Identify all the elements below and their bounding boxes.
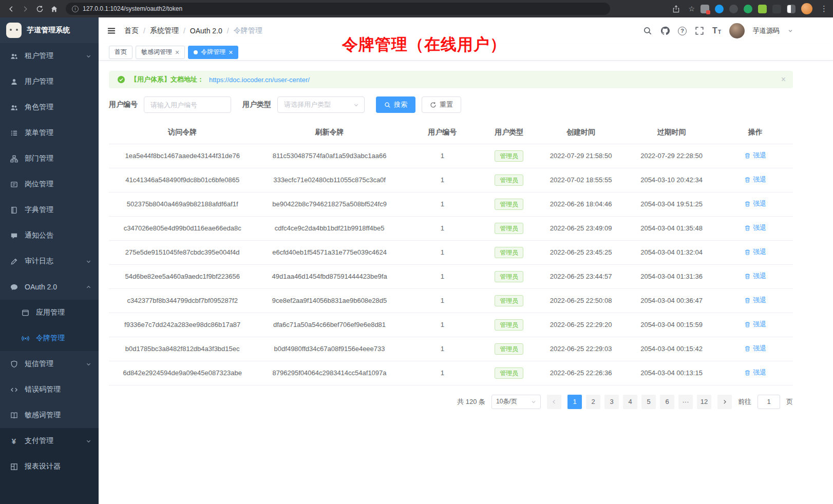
chat-icon	[10, 283, 18, 291]
user-type-select[interactable]: 请选择用户类型	[277, 96, 365, 113]
sidebar-item-audit-log[interactable]: 审计日志	[0, 248, 99, 274]
reset-button[interactable]: 重置	[422, 96, 461, 113]
tab-token[interactable]: 令牌管理 ×	[188, 46, 238, 59]
page-button[interactable]: 4	[623, 395, 637, 409]
close-icon[interactable]: ×	[229, 49, 233, 56]
bookmark-star-icon[interactable]: ☆	[688, 5, 695, 13]
sidebar-item-menu[interactable]: 菜单管理	[0, 120, 99, 146]
search-icon[interactable]	[643, 26, 652, 35]
font-size-icon[interactable]: TT	[712, 27, 721, 35]
sidebar-item-role[interactable]: 角色管理	[0, 94, 99, 120]
breadcrumb-home[interactable]: 首页	[124, 26, 139, 35]
refresh-token-cell: 811c530487574fa0af1a59d3abc1aa66	[256, 144, 403, 168]
reload-icon[interactable]	[33, 2, 46, 15]
app-logo[interactable]: 芋道管理系统	[0, 17, 99, 43]
next-page-button[interactable]	[717, 395, 732, 409]
page-button[interactable]: 2	[586, 395, 600, 409]
user-id-cell: 1	[403, 240, 482, 264]
search-form: 用户编号 用户类型 请选择用户类型 搜索 重置	[109, 96, 793, 113]
page-button[interactable]: 6	[660, 395, 674, 409]
browser-profile-avatar[interactable]	[801, 3, 812, 14]
sidebar-item-tenant[interactable]: 租户管理	[0, 43, 99, 69]
site-info-icon[interactable]: i	[72, 6, 79, 12]
sidebar-item-user[interactable]: 用户管理	[0, 69, 99, 94]
sidebar-item-post[interactable]: 岗位管理	[0, 171, 99, 197]
sidebar-item-oauth-app[interactable]: 应用管理	[0, 300, 99, 325]
table-row: 1ea5e44f8bc1467aaede43144f31de76 811c530…	[109, 144, 793, 168]
page-button[interactable]: ···	[678, 395, 693, 409]
extension-icon[interactable]	[701, 5, 709, 13]
extension-icon[interactable]	[744, 5, 752, 13]
access-token-cell: c347026e805e4d99b0d116eae66eda8c	[109, 216, 256, 240]
sidebar-item-oauth[interactable]: OAuth 2.0	[0, 274, 99, 300]
chevron-down-icon	[86, 438, 91, 444]
side-panel-icon[interactable]	[787, 5, 796, 13]
sidebar-item-dict[interactable]: 字典管理	[0, 197, 99, 223]
help-icon[interactable]: ?	[678, 27, 687, 35]
breadcrumb-oauth[interactable]: OAuth 2.0	[190, 27, 222, 35]
extension-icon[interactable]	[715, 5, 724, 13]
sidebar-item-error-code[interactable]: 错误码管理	[0, 377, 99, 402]
force-logout-button[interactable]: 强退	[744, 344, 766, 353]
home-icon[interactable]	[47, 2, 61, 15]
user-name[interactable]: 芋道源码	[753, 26, 780, 35]
hamburger-icon[interactable]	[107, 26, 116, 35]
user-type-cell: 管理员	[482, 216, 537, 240]
page-button[interactable]: 3	[604, 395, 619, 409]
page-button[interactable]: 12	[697, 395, 711, 409]
refresh-token-cell: e6cfd40eb1f54571a31e775e039c4624	[256, 240, 403, 264]
page-button[interactable]: 5	[641, 395, 656, 409]
sidebar-item-pay[interactable]: ¥ 支付管理	[0, 428, 99, 454]
goto-page-input[interactable]	[758, 395, 780, 409]
close-icon[interactable]: ×	[175, 49, 179, 56]
action-cell: 强退	[717, 144, 793, 168]
force-logout-button[interactable]: 强退	[744, 199, 766, 208]
force-logout-button[interactable]: 强退	[744, 175, 766, 184]
chevron-down-icon[interactable]	[788, 28, 793, 33]
user-type-cell: 管理员	[482, 361, 537, 385]
sidebar-item-dept[interactable]: 部门管理	[0, 146, 99, 171]
force-logout-button[interactable]: 强退	[744, 296, 766, 305]
expire-time-cell: 2054-03-04 00:15:42	[626, 337, 718, 361]
force-logout-button[interactable]: 强退	[744, 151, 766, 160]
breadcrumb-system[interactable]: 系统管理	[150, 26, 179, 35]
prev-page-button[interactable]	[547, 395, 561, 409]
page-button[interactable]: 1	[567, 395, 582, 409]
user-avatar[interactable]	[729, 23, 745, 38]
close-icon[interactable]: ×	[781, 75, 786, 84]
browser-menu-icon[interactable]: ⋮	[820, 4, 828, 13]
search-button[interactable]: 搜索	[376, 96, 415, 113]
address-bar[interactable]: i 127.0.0.1:1024/system/oauth2/token	[66, 3, 610, 15]
force-logout-button[interactable]: 强退	[744, 368, 766, 377]
user-type-badge: 管理员	[495, 175, 523, 186]
tab-home[interactable]: 首页	[109, 46, 132, 59]
tab-sensitive-words[interactable]: 敏感词管理 ×	[136, 46, 185, 59]
user-id-cell: 1	[403, 264, 482, 288]
extension-icon[interactable]	[772, 5, 781, 13]
sidebar-item-notice[interactable]: 通知公告	[0, 223, 99, 248]
force-logout-button[interactable]: 强退	[744, 247, 766, 257]
sidebar-item-report-designer[interactable]: 报表设计器	[0, 454, 99, 479]
user-id-input[interactable]	[144, 96, 231, 113]
trash-icon	[744, 152, 751, 159]
access-token-cell: b0d1785bc3a8482f812db4a3f3bd15ec	[109, 337, 256, 361]
url-text: 127.0.0.1:1024/system/oauth2/token	[83, 5, 182, 12]
force-logout-button[interactable]: 强退	[744, 272, 766, 281]
github-icon[interactable]	[660, 26, 670, 35]
refresh-token-cell: be90422b8c7946218275a508bf524fc9	[256, 192, 403, 216]
extension-icon[interactable]	[758, 5, 767, 13]
page-size-select[interactable]: 10条/页	[491, 395, 541, 409]
force-logout-button[interactable]: 强退	[744, 320, 766, 329]
forward-icon[interactable]	[18, 2, 32, 15]
extension-icon[interactable]	[729, 5, 738, 13]
col-expire-time: 过期时间	[626, 121, 718, 144]
yen-icon: ¥	[10, 437, 18, 445]
doc-link[interactable]: https://doc.iocoder.cn/user-center/	[209, 76, 310, 84]
sidebar-item-oauth-token[interactable]: 令牌管理	[0, 325, 99, 351]
sidebar-item-sms[interactable]: 短信管理	[0, 351, 99, 377]
fullscreen-icon[interactable]	[695, 26, 704, 35]
share-icon[interactable]	[669, 2, 683, 15]
sidebar-item-sensitive-words[interactable]: 敏感词管理	[0, 402, 99, 428]
force-logout-button[interactable]: 强退	[744, 223, 766, 232]
back-icon[interactable]	[4, 2, 17, 15]
